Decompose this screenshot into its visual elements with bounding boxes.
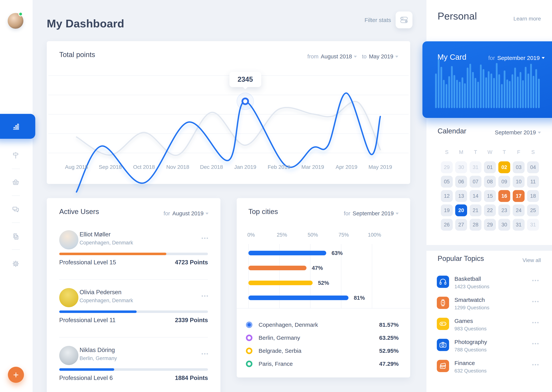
row-menu-button[interactable] [532, 280, 538, 281]
row-menu-button[interactable] [532, 343, 538, 344]
calendar-cell[interactable]: 03 [513, 161, 525, 173]
calendar-cell[interactable]: 25 [527, 204, 539, 216]
calendar-cell[interactable]: 31 [527, 219, 539, 231]
filter-stats-button[interactable]: Filter stats [337, 17, 391, 23]
period-dropdown[interactable]: August 2019 [172, 210, 203, 217]
calendar-cell[interactable]: 01 [484, 161, 496, 173]
view-all-link[interactable]: View all [523, 257, 541, 263]
waveform-bar [538, 79, 540, 108]
sidebar-item-documents[interactable] [11, 232, 20, 241]
calendar-cell[interactable]: 31 [470, 161, 481, 173]
page-title: My Dashboard [47, 17, 124, 30]
chart-highlight-marker[interactable] [237, 93, 254, 110]
waveform-bar [459, 82, 461, 108]
period-for-label: for [344, 210, 350, 217]
legend-city-label: Paris, France [259, 361, 293, 367]
city-bar [248, 295, 349, 300]
range-to-label: to [362, 53, 366, 60]
city-bar-value: 47% [312, 266, 323, 270]
calendar-cell[interactable]: 29 [441, 161, 453, 173]
sidebar-item-market[interactable] [11, 178, 20, 187]
calendar-cell[interactable]: 22 [484, 204, 496, 216]
chevron-down-icon[interactable] [538, 132, 541, 133]
calendar-cell[interactable]: 07 [470, 176, 481, 188]
documents-icon [14, 234, 18, 239]
calendar-cell[interactable]: 27 [455, 219, 467, 231]
calendar-cell[interactable]: 23 [498, 204, 510, 216]
sidebar-item-settings[interactable] [11, 259, 20, 268]
topic-row[interactable]: Photography788 Questions [437, 339, 541, 360]
calendar-cell[interactable]: 08 [484, 176, 496, 188]
waveform-bar [527, 73, 529, 108]
calendar-day-header: W [484, 149, 496, 155]
topic-row[interactable]: Smartwatch1299 Questions [437, 297, 541, 318]
calendar-cell[interactable]: 15 [484, 190, 496, 202]
calendar-cell[interactable]: 13 [455, 190, 467, 202]
calendar-cell[interactable]: 17 [513, 190, 525, 202]
calendar-cell[interactable]: 30 [455, 161, 467, 173]
user-name: Olivia Pedersen [80, 289, 122, 296]
calendar-cell[interactable]: 21 [470, 204, 481, 216]
calendar-cell[interactable]: 24 [513, 204, 525, 216]
period-dropdown[interactable]: September 2019 [353, 210, 394, 217]
user-points-value: 1884 Points [175, 375, 208, 381]
sidebar-item-dashboard[interactable] [0, 114, 35, 139]
legend-row: Belgrade, Serbia52.95% [246, 344, 399, 357]
calendar-day-header: S [441, 149, 453, 155]
waveform-bar [443, 80, 445, 108]
calendar-cell[interactable]: 10 [513, 176, 525, 188]
topic-row[interactable]: Basketball1423 Questions [437, 276, 541, 297]
calendar-cell[interactable]: 11 [527, 176, 539, 188]
x-axis-label: Oct 2018 [133, 164, 155, 170]
calendar-cell[interactable]: 05 [441, 176, 453, 188]
add-button[interactable]: + [8, 367, 24, 383]
calendar-cell[interactable]: 18 [527, 190, 539, 202]
calendar-cell[interactable]: 06 [455, 176, 467, 188]
calendar-cell[interactable]: 20 [455, 204, 467, 216]
calendar-cell[interactable]: 31 [513, 219, 525, 231]
calendar-cell[interactable]: 12 [441, 190, 453, 202]
topic-row[interactable]: Finance632 Questions [437, 360, 541, 381]
row-menu-button[interactable] [532, 301, 538, 302]
learn-more-link[interactable]: Learn more [514, 16, 541, 22]
range-from-label: from [307, 53, 319, 60]
row-menu-button[interactable] [532, 364, 538, 365]
user-avatar [59, 288, 78, 307]
calendar-cell[interactable]: 16 [498, 190, 510, 202]
range-to-dropdown[interactable]: May 2019 [369, 53, 393, 60]
row-menu-button[interactable] [202, 353, 208, 355]
sidebar-item-messages[interactable] [11, 205, 20, 214]
legend-city-value: 52.95% [379, 348, 399, 354]
calendar-cell[interactable]: 29 [484, 219, 496, 231]
period-dropdown[interactable]: September 2019 [495, 129, 536, 136]
calendar-cell[interactable]: 19 [441, 204, 453, 216]
chevron-down-icon[interactable] [395, 56, 398, 58]
legend-city-label: Copenhagen, Denmark [259, 322, 318, 328]
calendar-cell[interactable]: 28 [470, 219, 481, 231]
calendar-cell[interactable]: 14 [470, 190, 481, 202]
calendar-cell[interactable]: 09 [498, 176, 510, 188]
row-menu-button[interactable] [202, 295, 208, 297]
calendar-cell[interactable]: 04 [527, 161, 539, 173]
calendar-day-header: F [513, 149, 525, 155]
dashboard-app: + My Dashboard Filter stats Total points… [0, 0, 552, 392]
row-menu-button[interactable] [202, 238, 208, 239]
sidebar-item-milestones[interactable] [11, 151, 20, 160]
waveform-bar [456, 80, 458, 108]
range-from-dropdown[interactable]: August 2018 [321, 53, 352, 60]
chevron-down-icon[interactable] [396, 213, 399, 215]
waveform-bar [535, 69, 537, 108]
x-axis-label: Aug 2018 [65, 164, 88, 170]
topic-name: Smartwatch [454, 297, 485, 303]
row-menu-button[interactable] [532, 322, 538, 323]
calendar-cell[interactable]: 30 [498, 219, 510, 231]
topic-row[interactable]: Games983 Questions [437, 318, 541, 339]
calendar-cell[interactable]: 02 [498, 161, 510, 173]
chevron-down-icon[interactable] [205, 213, 209, 215]
filter-stats-icon-button[interactable] [396, 12, 413, 28]
waveform-bar [533, 76, 534, 108]
headphones-icon [438, 277, 448, 286]
calendar-cell[interactable]: 26 [441, 219, 453, 231]
chevron-down-icon[interactable] [542, 57, 545, 59]
chevron-down-icon[interactable] [354, 56, 357, 58]
